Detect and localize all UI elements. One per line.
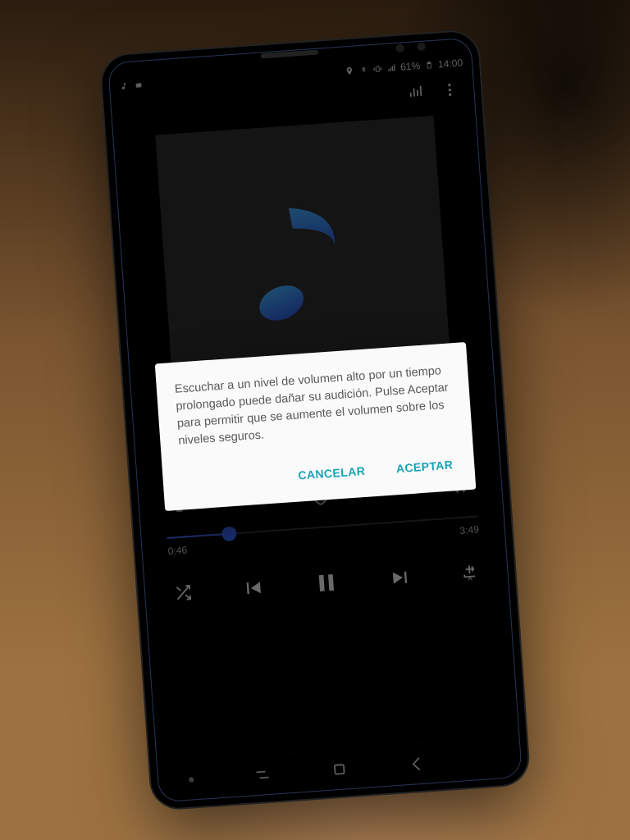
dialog-overlay: Escuchar a un nivel de volumen alto por …: [110, 52, 521, 801]
phone-frame: 61% 14:00: [100, 30, 529, 810]
dialog-message: Escuchar a un nivel de volumen alto por …: [174, 361, 454, 449]
dialog-actions: CANCELAR ACEPTAR: [180, 451, 458, 501]
phone-screen: 61% 14:00: [110, 52, 521, 801]
volume-warning-dialog: Escuchar a un nivel de volumen alto por …: [155, 342, 477, 511]
cancel-button[interactable]: CANCELAR: [294, 458, 369, 489]
phone-earpiece: [261, 50, 318, 59]
accept-button[interactable]: ACEPTAR: [392, 451, 457, 482]
phone-sensors: [395, 43, 404, 52]
